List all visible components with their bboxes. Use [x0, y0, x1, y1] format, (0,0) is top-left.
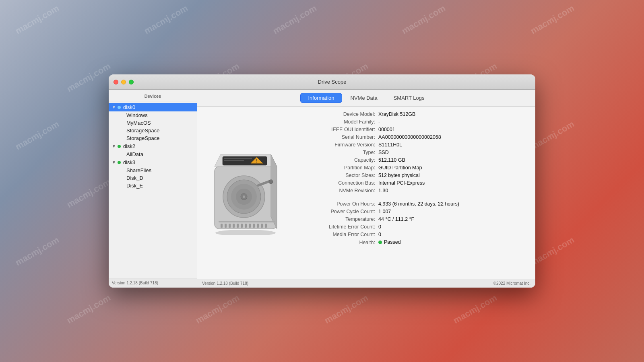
svg-rect-17	[225, 224, 227, 228]
chevron-icon: ▼	[112, 144, 118, 148]
health-status-dot	[378, 241, 382, 244]
firmware-version-row: Firmware Version: S1111H0L	[298, 142, 527, 148]
maximize-button[interactable]	[129, 80, 134, 84]
ieee-oui-label: IEEE OUI Identifier:	[298, 127, 378, 132]
sidebar-item-disk2[interactable]: ▼ disk2	[109, 142, 197, 150]
capacity-row: Capacity: 512.110 GB	[298, 157, 527, 163]
tab-bar: Information NVMe Data SMART Logs	[197, 90, 535, 107]
sector-sizes-row: Sector Sizes: 512 bytes physical	[298, 173, 527, 178]
disk0-status-dot	[118, 106, 121, 109]
svg-marker-3	[271, 154, 277, 229]
tab-information[interactable]: Information	[300, 93, 342, 103]
power-cycle-value: 1 007	[378, 209, 391, 214]
capacity-label: Capacity:	[298, 157, 378, 163]
version-label: Version 1.2.18 (Build 718)	[112, 281, 158, 285]
temperature-row: Temperature: 44 °C / 111.2 °F	[298, 216, 527, 222]
minimize-button[interactable]	[121, 80, 126, 84]
device-model-row: Device Model: XrayDisk 512GB	[298, 111, 527, 117]
sidebar-item-disk3[interactable]: ▼ disk3	[109, 158, 197, 167]
power-cycle-label: Power Cycle Count:	[298, 209, 378, 214]
firmware-version-label: Firmware Version:	[298, 142, 378, 148]
sidebar: Devices ▼ disk0 Windows MyMacOS StorageS…	[109, 90, 197, 288]
content-area: !	[197, 107, 535, 279]
svg-point-0	[215, 230, 276, 235]
svg-rect-27	[265, 224, 267, 228]
svg-rect-21	[241, 224, 243, 228]
sidebar-item-storagespace-1[interactable]: StorageSpace	[109, 127, 197, 134]
capacity-value: 512.110 GB	[378, 157, 405, 163]
serial-number-row: Serial Number: AA00000000000000002068	[298, 134, 527, 140]
sector-sizes-label: Sector Sizes:	[298, 173, 378, 178]
type-label: Type:	[298, 150, 378, 155]
connection-bus-label: Connection Bus:	[298, 180, 378, 186]
temperature-label: Temperature:	[298, 216, 378, 222]
type-value: SSD	[378, 150, 389, 155]
sidebar-item-disk-d[interactable]: Disk_D	[109, 174, 197, 182]
svg-rect-19	[233, 224, 235, 228]
svg-rect-16	[221, 224, 223, 228]
device-tree: ▼ disk0 Windows MyMacOS StorageSpace Sto…	[109, 101, 197, 278]
partition-map-row: Partition Map: GUID Partition Map	[298, 165, 527, 171]
lifetime-error-value: 0	[378, 224, 381, 230]
sidebar-item-sharefiles[interactable]: ShareFiles	[109, 167, 197, 174]
firmware-version-value: S1111H0L	[378, 142, 402, 148]
chevron-icon: ▼	[112, 160, 118, 165]
power-cycle-row: Power Cycle Count: 1 007	[298, 209, 527, 214]
media-error-row: Media Error Count: 0	[298, 232, 527, 237]
svg-rect-24	[253, 224, 255, 228]
close-button[interactable]	[114, 80, 118, 84]
svg-rect-12	[224, 160, 244, 161]
right-panel: Information NVMe Data SMART Logs	[197, 90, 535, 288]
copyright-text: ©2022 Micromat Inc.	[493, 281, 530, 286]
version-footer: Version 1.2.18 (Build 718)	[202, 281, 248, 286]
sidebar-header: Devices	[109, 90, 197, 101]
power-on-hours-row: Power On Hours: 4,933 (6 months, 22 days…	[298, 201, 527, 207]
model-family-row: Model Family: -	[298, 119, 527, 125]
model-family-value: -	[378, 119, 380, 125]
sidebar-item-disk0[interactable]: ▼ disk0	[109, 103, 197, 111]
svg-point-9	[243, 195, 245, 198]
window-title: Drive Scope	[134, 79, 530, 85]
health-status-text: Passed	[384, 239, 401, 245]
model-family-label: Model Family:	[298, 119, 378, 125]
connection-bus-value: Internal PCI-Express	[378, 180, 425, 186]
sidebar-item-windows[interactable]: Windows	[109, 111, 197, 119]
sidebar-item-mymacos[interactable]: MyMacOS	[109, 119, 197, 127]
temperature-value: 44 °C / 111.2 °F	[378, 216, 414, 222]
ieee-oui-row: IEEE OUI Identifier: 000001	[298, 127, 527, 132]
media-error-value: 0	[378, 232, 381, 237]
nvme-revision-row: NVMe Revision: 1.30	[298, 188, 527, 193]
svg-point-29	[269, 180, 273, 184]
disk2-label: disk2	[123, 143, 135, 149]
power-on-hours-value: 4,933 (6 months, 22 days, 22 hours)	[378, 201, 459, 207]
serial-number-label: Serial Number:	[298, 134, 378, 140]
tab-nvme-data[interactable]: NVMe Data	[343, 93, 385, 103]
traffic-lights	[114, 80, 134, 84]
svg-rect-25	[257, 224, 259, 228]
nvme-revision-label: NVMe Revision:	[298, 188, 378, 193]
health-row: Health: Passed	[298, 239, 527, 245]
svg-rect-22	[245, 224, 247, 228]
ieee-oui-value: 000001	[378, 127, 395, 132]
sidebar-footer: Version 1.2.18 (Build 718)	[109, 278, 197, 288]
drive-icon-area: !	[197, 107, 294, 279]
type-row: Type: SSD	[298, 150, 527, 155]
sidebar-item-alldata[interactable]: AllData	[109, 150, 197, 158]
media-error-label: Media Error Count:	[298, 232, 378, 237]
sidebar-item-storagespace-2[interactable]: StorageSpace	[109, 134, 197, 142]
partition-map-label: Partition Map:	[298, 165, 378, 171]
health-value: Passed	[378, 239, 401, 245]
main-content: Devices ▼ disk0 Windows MyMacOS StorageS…	[109, 90, 535, 288]
sector-sizes-value: 512 bytes physical	[378, 173, 420, 178]
sidebar-item-disk-e[interactable]: Disk_E	[109, 182, 197, 189]
disk3-label: disk3	[123, 159, 135, 165]
hdd-icon: !	[208, 150, 283, 235]
svg-rect-18	[229, 224, 231, 228]
tab-smart-logs[interactable]: SMART Logs	[386, 93, 432, 103]
svg-rect-20	[237, 224, 239, 228]
lifetime-error-label: Lifetime Error Count:	[298, 224, 378, 230]
power-on-hours-label: Power On Hours:	[298, 201, 378, 207]
device-model-value: XrayDisk 512GB	[378, 111, 415, 117]
disk3-status-dot	[118, 161, 121, 164]
nvme-revision-value: 1.30	[378, 188, 388, 193]
